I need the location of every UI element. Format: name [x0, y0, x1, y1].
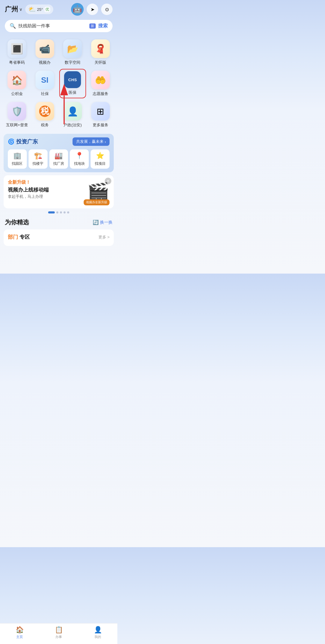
- grid-label-more-services: 更多服务: [93, 122, 108, 128]
- grid-item-video-office[interactable]: 📹 视频办: [32, 38, 58, 67]
- dept-more-button[interactable]: 更多 >: [98, 235, 110, 240]
- invest-grid: 🏢 找园区 🏗️ 找楼宇 🏭 找厂房 📍 找地块 ⭐ 找项目: [8, 149, 110, 169]
- factory-icon: 🏭: [54, 152, 63, 160]
- avatar-icon: 🤖: [73, 5, 82, 14]
- tax-icon: 税: [39, 106, 51, 117]
- promo-badge: 视频办全新升级: [84, 199, 110, 205]
- invest-item-0[interactable]: 🏢 找园区: [8, 149, 27, 169]
- invest-logo-icon: 🌀: [8, 138, 14, 145]
- grid-item-zhiyuan[interactable]: 🤲 志愿服务: [87, 69, 114, 98]
- care-version-icon: 🧣: [95, 44, 106, 54]
- invest-banner: 🌀 投资广东 共发展，赢未来 › 🏢 找园区 🏗️ 找楼宇 🏭 找厂房 📍 找地…: [4, 134, 114, 172]
- grid-section: 🔳 粤省事码 📹 视频办 📂 数字空间 🧣 关怀版 🏠: [0, 36, 117, 133]
- invest-subtitle-text: 共发展，赢未来: [76, 139, 104, 144]
- search-button[interactable]: 搜索: [98, 23, 108, 29]
- invest-item-label-0: 找园区: [12, 161, 23, 166]
- grid-label-gongjijin: 公积金: [11, 91, 23, 97]
- camera-icon: ⊙: [105, 7, 109, 12]
- search-new-badge: 新: [89, 23, 96, 29]
- grid-item-digital-space[interactable]: 📂 数字空间: [59, 38, 86, 67]
- refresh-button[interactable]: 🔄 换一换: [93, 219, 113, 225]
- grid-label-yibao: 医保: [69, 90, 76, 95]
- grid-item-tax[interactable]: 税 税务: [32, 100, 58, 130]
- invest-item-label-3: 找地块: [74, 161, 85, 166]
- grid-label-household: 户政(治安): [63, 122, 82, 128]
- dept-card: 部门 专区 更多 >: [4, 229, 114, 246]
- grid-row-3: 🛡️ 互联网+督查 税 税务 👤 户政(治安) ⊞ 更多服务: [4, 100, 114, 130]
- grid-item-yibao[interactable]: CHS 医保: [59, 69, 86, 98]
- grid-item-more-services[interactable]: ⊞ 更多服务: [87, 100, 114, 130]
- dept-title-rest: 专区: [20, 234, 30, 240]
- carousel-dots: [0, 211, 117, 213]
- invest-item-2[interactable]: 🏭 找厂房: [49, 149, 68, 169]
- grid-item-yue-code[interactable]: 🔳 粤省事码: [4, 38, 30, 67]
- land-icon: 📍: [75, 152, 83, 160]
- invest-header: 🌀 投资广东 共发展，赢未来 ›: [8, 137, 110, 146]
- status-bar: 广州 ∨ ⛅ 25° 优 🤖 ➤ ⊙: [0, 0, 117, 17]
- grid-label-yue-code: 粤省事码: [9, 60, 25, 65]
- avatar-button[interactable]: 🤖: [71, 3, 84, 16]
- dot-0[interactable]: [48, 211, 55, 213]
- grid-item-household[interactable]: 👤 户政(治安): [59, 100, 86, 130]
- promo-container: ✕ 全新升级！ 视频办上线移动端 拿起手机，马上办理 🎬 视频办全新升级: [4, 175, 114, 208]
- header-right: 🤖 ➤ ⊙: [71, 3, 113, 16]
- shebao-icon: SI: [41, 75, 48, 85]
- dept-title-highlight: 部门: [8, 234, 18, 240]
- grid-row-1: 🔳 粤省事码 📹 视频办 📂 数字空间 🧣 关怀版: [4, 38, 114, 67]
- household-icon: 👤: [67, 106, 78, 117]
- digital-space-icon: 📂: [67, 44, 78, 54]
- search-input-text[interactable]: 扶残助困一件事: [18, 23, 86, 29]
- location-area[interactable]: 广州 ∨ ⛅ 25° 优: [5, 5, 53, 14]
- invest-item-1[interactable]: 🏗️ 找楼宇: [29, 149, 48, 169]
- grid-item-internet-supervision[interactable]: 🛡️ 互联网+督查: [4, 100, 30, 130]
- yue-code-icon: 🔳: [11, 43, 23, 55]
- invest-item-label-4: 找项目: [95, 161, 106, 166]
- grid-label-shebao: 社保: [41, 91, 49, 97]
- location-button[interactable]: ➤: [87, 4, 98, 15]
- grid-label-care-version: 关怀版: [94, 60, 106, 65]
- video-office-icon: 📹: [39, 44, 50, 54]
- grid-label-digital-space: 数字空间: [65, 60, 80, 65]
- yibao-icon: CHS: [67, 76, 79, 83]
- project-icon: ⭐: [96, 152, 104, 160]
- camera-button[interactable]: ⊙: [101, 4, 113, 15]
- dot-2[interactable]: [60, 211, 62, 213]
- grid-item-gongjijin[interactable]: 🏠 公积金: [4, 69, 30, 98]
- for-you-title: 为你精选: [5, 218, 29, 226]
- search-bar[interactable]: 🔍 扶残助困一件事 新 搜索: [5, 20, 113, 32]
- dot-3[interactable]: [63, 211, 66, 213]
- grid-label-zhiyuan: 志愿服务: [93, 91, 108, 97]
- invest-item-4[interactable]: ⭐ 找项目: [91, 149, 110, 169]
- location-text: 广州: [5, 5, 18, 14]
- weather-icon: ⛅: [28, 6, 36, 13]
- more-services-icon: ⊞: [97, 106, 104, 117]
- grid-row-2: 🏠 公积金 SI 社保 CHS 医保 🤲 志愿服务: [4, 69, 114, 98]
- park-icon: 🏢: [13, 152, 21, 160]
- building-icon: 🏗️: [34, 152, 42, 160]
- invest-subtitle[interactable]: 共发展，赢未来 ›: [73, 137, 110, 146]
- zhiyuan-icon: 🤲: [95, 75, 106, 85]
- dept-title: 部门 专区: [8, 234, 30, 241]
- search-container: 🔍 扶残助困一件事 新 搜索: [0, 17, 117, 36]
- gongjijin-icon: 🏠: [11, 75, 23, 85]
- chevron-right-icon: ›: [105, 140, 106, 144]
- grid-label-tax: 税务: [41, 122, 49, 128]
- grid-label-internet-supervision: 互联网+督查: [6, 122, 28, 128]
- dot-4[interactable]: [67, 211, 69, 213]
- weather-temp: 25°: [37, 7, 43, 12]
- navigation-icon: ➤: [91, 7, 94, 12]
- weather-area: ⛅ 25° 优: [25, 5, 53, 14]
- dot-1[interactable]: [56, 211, 58, 213]
- grid-label-video-office: 视频办: [39, 60, 51, 65]
- for-you-header: 为你精选 🔄 换一换: [0, 217, 117, 229]
- invest-title-text: 投资广东: [16, 138, 38, 145]
- weather-quality: 优: [44, 7, 50, 12]
- chevron-down-icon: ∨: [19, 7, 22, 12]
- invest-item-label-2: 找厂房: [53, 161, 64, 166]
- invest-title: 🌀 投资广东: [8, 138, 38, 145]
- invest-item-3[interactable]: 📍 找地块: [70, 149, 89, 169]
- grid-item-shebao[interactable]: SI 社保: [32, 69, 58, 98]
- internet-supervision-icon: 🛡️: [11, 106, 23, 117]
- grid-item-care-version[interactable]: 🧣 关怀版: [87, 38, 114, 67]
- invest-item-label-1: 找楼宇: [32, 161, 43, 166]
